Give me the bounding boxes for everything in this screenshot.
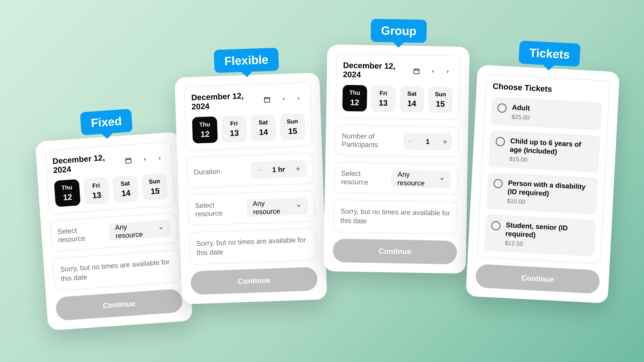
prev-date-button[interactable]: [139, 153, 151, 166]
day-option[interactable]: Sun15: [280, 113, 305, 141]
radio-icon: [496, 137, 505, 146]
day-option[interactable]: Sat14: [400, 86, 424, 113]
date-title: December 12, 2024: [52, 152, 122, 175]
radio-icon: [493, 179, 503, 188]
calendar-icon: [264, 96, 271, 103]
day-option[interactable]: Thu12: [54, 179, 81, 207]
svg-rect-1: [264, 98, 270, 102]
prev-date-button[interactable]: [427, 65, 438, 77]
card-tickets: Tickets Choose Tickets Adult $25.00 Chil…: [466, 65, 620, 303]
ticket-price: $25.00: [511, 113, 530, 121]
resource-panel: Select resource Any resource: [50, 212, 178, 252]
availability-message: Sorry, but no times are available for th…: [52, 249, 181, 291]
calendar-icon: [413, 68, 420, 75]
ticket-option[interactable]: Adult $25.00: [491, 97, 602, 130]
day-option[interactable]: Fri13: [371, 85, 396, 112]
continue-button[interactable]: Continue: [190, 267, 318, 295]
continue-button[interactable]: Continue: [475, 264, 600, 294]
next-date-button[interactable]: [154, 152, 166, 165]
continue-button[interactable]: Continue: [333, 239, 457, 264]
tickets-panel: Choose Tickets Adult $25.00 Child up to …: [477, 74, 610, 264]
chevron-down-icon: [296, 203, 302, 210]
card-flexible: Flexible December 12, 2024: [174, 73, 327, 305]
date-panel: December 12, 2024 Thu12 Fri13 Sat14: [335, 54, 460, 120]
ticket-name: Person with a disability (ID required): [507, 178, 592, 200]
card-group: Group December 12, 2024 T: [323, 44, 470, 274]
ticket-name: Child up to 6 years of age (Included): [510, 136, 594, 158]
next-date-button[interactable]: [442, 66, 453, 78]
duration-value: 1 hr: [268, 165, 290, 174]
participants-decrease-button[interactable]: −: [403, 132, 417, 150]
label-flexible: Flexible: [214, 48, 279, 73]
radio-icon: [491, 221, 501, 230]
duration-stepper[interactable]: − 1 hr +: [250, 160, 307, 179]
label-fixed: Fixed: [80, 109, 133, 135]
participants-stepper[interactable]: − 1 +: [403, 132, 452, 150]
radio-icon: [497, 103, 507, 113]
day-option[interactable]: Sat14: [250, 114, 276, 141]
resource-label: Select resource: [341, 169, 386, 187]
chevron-down-icon: [158, 225, 164, 232]
prev-date-button[interactable]: [278, 93, 289, 105]
resource-select[interactable]: Any resource: [391, 170, 451, 188]
day-option[interactable]: Sun15: [428, 86, 453, 113]
card-fixed: Fixed December 12, 2024 T: [35, 132, 193, 331]
day-option[interactable]: Fri13: [221, 115, 247, 142]
label-group: Group: [371, 19, 427, 43]
day-option[interactable]: Sat14: [112, 175, 139, 203]
date-panel: December 12, 2024 Thu12 Fri13 Sat14: [45, 141, 176, 214]
svg-rect-2: [414, 69, 419, 74]
resource-panel: Select resource Any resource: [334, 162, 458, 195]
tickets-heading: Choose Tickets: [492, 82, 603, 96]
resource-label: Select resource: [57, 224, 104, 244]
availability-message: Sorry, but no times are available for th…: [333, 200, 458, 234]
duration-label: Duration: [194, 167, 220, 177]
ticket-name: Student, senior (ID required): [505, 220, 590, 242]
day-option[interactable]: Thu12: [192, 116, 218, 143]
duration-increase-button[interactable]: +: [289, 160, 307, 178]
ticket-name: Adult: [512, 103, 530, 113]
continue-button[interactable]: Continue: [55, 289, 183, 321]
date-title: December 12, 2024: [191, 91, 260, 111]
day-option[interactable]: Fri13: [83, 177, 110, 205]
calendar-icon: [125, 157, 132, 164]
day-option[interactable]: Thu12: [342, 85, 367, 112]
resource-select[interactable]: Any resource: [108, 220, 171, 241]
next-date-button[interactable]: [293, 93, 304, 105]
date-panel: December 12, 2024 Thu12 Fri13 Sat14: [184, 82, 313, 151]
resource-select[interactable]: Any resource: [246, 197, 308, 217]
participants-increase-button[interactable]: +: [438, 133, 452, 151]
resource-label: Select resource: [195, 200, 241, 218]
availability-message: Sorry, but no times are available for th…: [189, 228, 317, 265]
label-tickets: Tickets: [518, 40, 580, 67]
duration-decrease-button[interactable]: −: [250, 161, 268, 179]
ticket-option[interactable]: Student, senior (ID required) $12.50: [484, 214, 596, 256]
duration-panel: Duration − 1 hr +: [186, 153, 314, 188]
svg-rect-0: [126, 158, 131, 164]
resource-panel: Select resource Any resource: [188, 190, 315, 226]
day-option[interactable]: Sun15: [141, 173, 168, 201]
chevron-down-icon: [439, 176, 445, 183]
participants-panel: Number of Participants − 1 +: [335, 124, 459, 158]
participants-value: 1: [417, 137, 439, 146]
date-title: December 12, 2024: [343, 61, 410, 80]
ticket-option[interactable]: Person with a disability (ID required) $…: [486, 172, 598, 214]
ticket-option[interactable]: Child up to 6 years of age (Included) $1…: [489, 130, 601, 172]
participants-label: Number of Participants: [342, 132, 398, 149]
